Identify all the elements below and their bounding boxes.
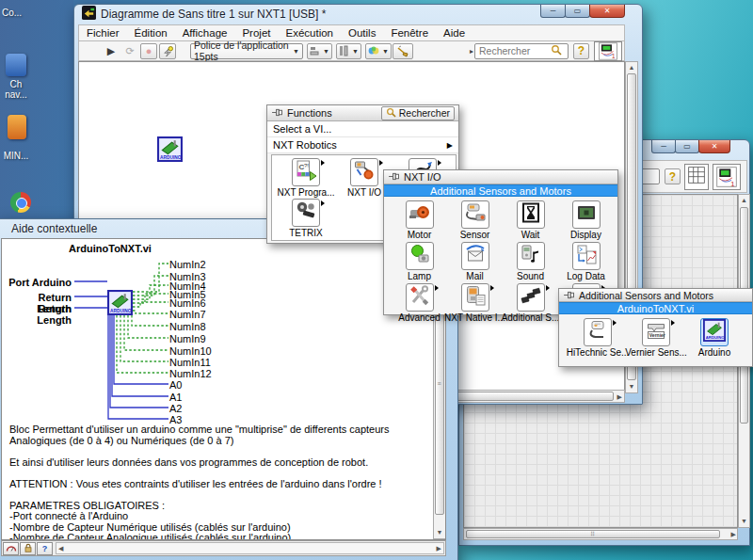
main-caption-buttons: ─ ▭ ✕ (541, 5, 625, 18)
run-button[interactable]: ▶ (103, 43, 120, 59)
palette-item-log-data[interactable]: Log Data (558, 242, 614, 283)
help-content: ArduinoToNXT.vi ARDUINO Port ArduinoRetu… (1, 238, 446, 540)
align-objects-button[interactable]: ▼ (307, 43, 332, 59)
front-panel-hscrollbar[interactable]: ⠿ ▶ (463, 528, 738, 540)
pin-icon[interactable] (271, 107, 283, 119)
menu-item[interactable]: Affichage (175, 26, 235, 40)
additional-items: HiTechnic Se... Vernier Vernier Sens... … (569, 318, 747, 360)
help-output-terminal: NumIn8 (169, 321, 206, 332)
cleanup-diagram-button[interactable] (393, 43, 413, 59)
palette-item-mail[interactable]: Mail (447, 242, 503, 283)
vi-icon[interactable]: 1 (594, 41, 622, 61)
log-data-icon (575, 243, 598, 269)
nxt-io-fn-icon (353, 159, 376, 185)
pin-icon[interactable] (388, 171, 400, 183)
palette-item-nxt-progra[interactable]: C?! NXT Progra... (277, 158, 335, 199)
detailed-help-button[interactable]: ? (37, 542, 53, 555)
grid-icon (687, 165, 706, 189)
help-output-terminal: NumIn6 (169, 297, 206, 309)
nxt-io-palette-header[interactable]: NXT I/O (384, 170, 617, 184)
palette-item-display[interactable]: Display (558, 200, 614, 242)
arduino-vi-node[interactable]: ARDUINO (157, 136, 183, 162)
run-continuous-button[interactable]: ⟳ (121, 43, 138, 59)
palette-item-additional-s[interactable]: Additional S... (503, 283, 558, 325)
desktop-icon-label[interactable]: Co... (2, 8, 22, 18)
help-button[interactable]: ? (665, 168, 681, 184)
show-optional-terminals-button[interactable] (3, 542, 19, 555)
maximize-button[interactable]: ▭ (675, 140, 699, 153)
palette-search-button[interactable]: Rechercher (381, 106, 455, 120)
palette-item-nxt-native-i[interactable]: NXT Native I... (447, 283, 503, 325)
minimize-button[interactable]: ─ (651, 140, 676, 153)
palette-item-wait[interactable]: Wait (503, 200, 558, 242)
svg-text:?!: ?! (304, 163, 309, 168)
palette-item-sound[interactable]: Sound (503, 242, 558, 283)
arduino-vi-icon: ARDUINO (703, 319, 726, 345)
maximize-button[interactable]: ▭ (565, 5, 590, 18)
help-hscrollbar[interactable]: ◀ ▶ (56, 542, 444, 554)
svg-text:1: 1 (730, 180, 734, 188)
menu-item[interactable]: Projet (234, 26, 278, 40)
palette-title: Functions (287, 107, 332, 119)
additional-palette-header[interactable]: Additional Sensors and Motors (559, 289, 752, 302)
menu-item[interactable]: Fenêtre (383, 26, 436, 40)
labview-app-icon (82, 6, 96, 23)
help-input-terminal: Port Arduino (2, 277, 72, 288)
search-expand-icon[interactable]: ▸ (470, 47, 473, 56)
close-button[interactable]: ✕ (698, 140, 730, 153)
help-status-bar: ? ◀ ▶ (1, 540, 446, 556)
palette-item-motor[interactable]: Motor (392, 200, 447, 242)
svg-text:1: 1 (612, 53, 616, 59)
context-help-button[interactable]: ? (573, 43, 589, 59)
menu-item[interactable]: Fichier (79, 26, 127, 40)
palette-item-advanced[interactable]: Advanced (392, 283, 447, 325)
close-button[interactable]: ✕ (589, 5, 625, 18)
vi-icon[interactable]: 1 (713, 164, 741, 190)
display-icon (575, 201, 598, 228)
nxt-native-icon (464, 284, 487, 311)
advanced-icon (409, 284, 431, 311)
vi-banner[interactable]: ArduinoToNXT.vi (559, 302, 752, 314)
desktop-icon-label[interactable]: Ch nav... (0, 79, 32, 100)
desktop-icon-label[interactable]: MIN... (0, 151, 32, 161)
palette-item-sensor[interactable]: Sensor (447, 200, 503, 242)
palette-item-vernier-sens[interactable]: Vernier Vernier Sens... (627, 318, 685, 360)
menu-item[interactable]: Exécution (278, 26, 341, 40)
mail-icon (464, 243, 487, 269)
connector-pane-button[interactable] (684, 164, 709, 190)
shortcut-orange-icon[interactable] (8, 115, 26, 139)
help-vi-name: ArduinoToNXT.vi (54, 243, 167, 254)
svg-text:ARDUINO: ARDUINO (160, 155, 182, 160)
svg-text:ARDUINO: ARDUINO (110, 309, 132, 313)
menu-item[interactable]: Aide (436, 26, 473, 40)
resize-objects-button[interactable]: ▼ (365, 43, 392, 59)
highlight-execution-button[interactable] (159, 43, 176, 59)
select-a-vi-row[interactable]: Select a VI... (267, 121, 458, 137)
help-output-terminal: A0 (169, 379, 182, 391)
menu-item[interactable]: Outils (341, 26, 383, 40)
palette-item-lamp[interactable]: Lamp (392, 242, 447, 283)
front-panel-caption-buttons: ─ ▭ ✕ (652, 140, 730, 153)
font-selector[interactable]: Police de l'application 15pts▼ (190, 43, 303, 59)
subpalette-banner[interactable]: Additional Sensors and Motors (384, 184, 617, 197)
pin-icon[interactable] (563, 290, 575, 301)
palette-item-tetrix[interactable]: TETRIX (277, 199, 335, 239)
tetrix-icon (295, 200, 317, 226)
palette-item-hitechnic-se[interactable]: HiTechnic Se... (569, 318, 627, 360)
search-input[interactable] (477, 44, 551, 57)
svg-text:Vernier: Vernier (649, 332, 665, 338)
minimize-button[interactable]: ─ (540, 5, 566, 18)
svg-text:ARDUINO: ARDUINO (706, 335, 725, 340)
search-box[interactable] (474, 43, 569, 59)
lock-help-button[interactable] (20, 542, 36, 555)
palette-item-arduino[interactable]: ARDUINO Arduino (685, 318, 744, 360)
functions-palette-header[interactable]: Functions Rechercher (267, 105, 458, 121)
menu-item[interactable]: Édition (127, 26, 175, 40)
help-output-terminal: NumIn7 (169, 309, 206, 320)
abort-button[interactable]: ● (140, 43, 157, 59)
nxt-robotics-row[interactable]: NXT Robotics▶ (267, 137, 458, 153)
shortcut-blue-icon[interactable] (6, 54, 26, 76)
distribute-objects-button[interactable]: ▼ (336, 43, 361, 59)
menu-bar: FichierÉditionAffichageProjetExécutionOu… (78, 24, 625, 40)
browser-logo-icon[interactable] (10, 192, 31, 213)
